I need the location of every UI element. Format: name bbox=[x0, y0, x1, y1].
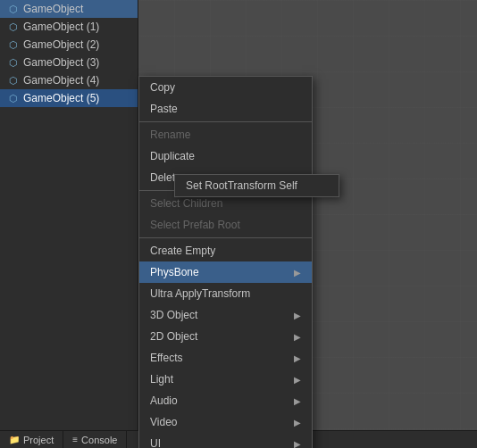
menu-item-video[interactable]: Video▶ bbox=[139, 411, 312, 433]
hierarchy-item-1[interactable]: ⬡GameObject (1) bbox=[0, 18, 138, 36]
menu-item-duplicate[interactable]: Duplicate bbox=[139, 145, 312, 167]
menu-item-create-empty[interactable]: Create Empty bbox=[139, 240, 312, 261]
menu-separator-after-6 bbox=[139, 237, 312, 238]
hierarchy-item-label: GameObject (3) bbox=[23, 56, 99, 69]
menu-item-label: Duplicate bbox=[150, 150, 195, 162]
hierarchy-item-5[interactable]: ⬡GameObject (5) bbox=[0, 89, 138, 107]
tab-console[interactable]: ≡ Console bbox=[63, 431, 127, 448]
menu-separator-after-1 bbox=[139, 121, 312, 122]
hierarchy-item-3[interactable]: ⬡GameObject (3) bbox=[0, 54, 138, 71]
submenu-arrow-icon: ▶ bbox=[294, 268, 301, 278]
hierarchy-item-label: GameObject (5) bbox=[23, 92, 99, 104]
menu-item-light[interactable]: Light▶ bbox=[139, 369, 312, 390]
menu-item-2d-object[interactable]: 2D Object▶ bbox=[139, 326, 312, 347]
menu-item-label: Rename bbox=[150, 129, 190, 141]
tab-console-label: Console bbox=[81, 435, 117, 445]
menu-item-label: Effects bbox=[150, 352, 182, 364]
submenu-arrow-icon: ▶ bbox=[294, 439, 301, 449]
menu-item-label: 2D Object bbox=[150, 330, 197, 343]
hierarchy-panel: ⬡GameObject⬡GameObject (1)⬡GameObject (2… bbox=[0, 0, 138, 448]
submenu-arrow-icon: ▶ bbox=[294, 418, 301, 427]
menu-item-label: UI bbox=[150, 437, 161, 448]
menu-item-label: 3D Object bbox=[150, 309, 197, 321]
hierarchy-item-label: GameObject (4) bbox=[23, 74, 99, 87]
menu-item-label: PhysBone bbox=[150, 266, 199, 278]
console-icon: ≡ bbox=[72, 435, 78, 444]
menu-item-label: Video bbox=[150, 416, 177, 428]
project-icon: 📁 bbox=[9, 435, 20, 444]
submenu-physbone: Set RootTransform Self bbox=[174, 174, 339, 197]
menu-item-label: Select Prefab Root bbox=[150, 219, 240, 231]
hierarchy-item-0[interactable]: ⬡GameObject bbox=[0, 0, 138, 18]
submenu-arrow-icon: ▶ bbox=[294, 396, 301, 406]
menu-item-audio[interactable]: Audio▶ bbox=[139, 390, 312, 411]
gameobject-icon: ⬡ bbox=[7, 38, 20, 51]
menu-item-label: Light bbox=[150, 373, 173, 386]
menu-item-3d-object[interactable]: 3D Object▶ bbox=[139, 304, 312, 326]
menu-item-ultra-applytransform[interactable]: Ultra ApplyTransform bbox=[139, 283, 312, 304]
gameobject-icon: ⬡ bbox=[7, 56, 20, 69]
menu-item-rename: Rename bbox=[139, 124, 312, 145]
gameobject-icon: ⬡ bbox=[7, 21, 20, 33]
submenu-item-label: Set RootTransform Self bbox=[186, 179, 297, 192]
menu-item-physbone[interactable]: PhysBone▶ bbox=[139, 261, 312, 283]
hierarchy-item-label: GameObject (1) bbox=[23, 21, 99, 33]
context-menu: CopyPasteRenameDuplicateDeleteSelect Chi… bbox=[138, 76, 313, 448]
hierarchy-item-label: GameObject bbox=[23, 3, 83, 15]
gameobject-icon: ⬡ bbox=[7, 3, 20, 15]
tab-project-label: Project bbox=[23, 435, 54, 445]
menu-item-label: Copy bbox=[150, 81, 175, 94]
submenu-arrow-icon: ▶ bbox=[294, 332, 301, 342]
gameobject-icon: ⬡ bbox=[7, 92, 20, 104]
menu-item-label: Paste bbox=[150, 103, 178, 115]
hierarchy-item-label: GameObject (2) bbox=[23, 38, 99, 51]
submenu-arrow-icon: ▶ bbox=[294, 311, 301, 320]
menu-item-paste[interactable]: Paste bbox=[139, 98, 312, 120]
tab-project[interactable]: 📁 Project bbox=[0, 431, 63, 448]
menu-item-copy[interactable]: Copy bbox=[139, 77, 312, 98]
menu-item-label: Audio bbox=[150, 394, 178, 407]
menu-item-label: Ultra ApplyTransform bbox=[150, 287, 250, 300]
submenu-item-0[interactable]: Set RootTransform Self bbox=[175, 175, 339, 196]
hierarchy-item-4[interactable]: ⬡GameObject (4) bbox=[0, 71, 138, 89]
menu-item-label: Select Children bbox=[150, 197, 222, 210]
menu-item-ui[interactable]: UI▶ bbox=[139, 433, 312, 448]
menu-item-label: Create Empty bbox=[150, 245, 215, 257]
hierarchy-item-2[interactable]: ⬡GameObject (2) bbox=[0, 36, 138, 54]
menu-item-select-prefab-root: Select Prefab Root bbox=[139, 214, 312, 236]
gameobject-icon: ⬡ bbox=[7, 74, 20, 87]
submenu-arrow-icon: ▶ bbox=[294, 353, 301, 363]
submenu-arrow-icon: ▶ bbox=[294, 375, 301, 385]
menu-item-effects[interactable]: Effects▶ bbox=[139, 347, 312, 369]
